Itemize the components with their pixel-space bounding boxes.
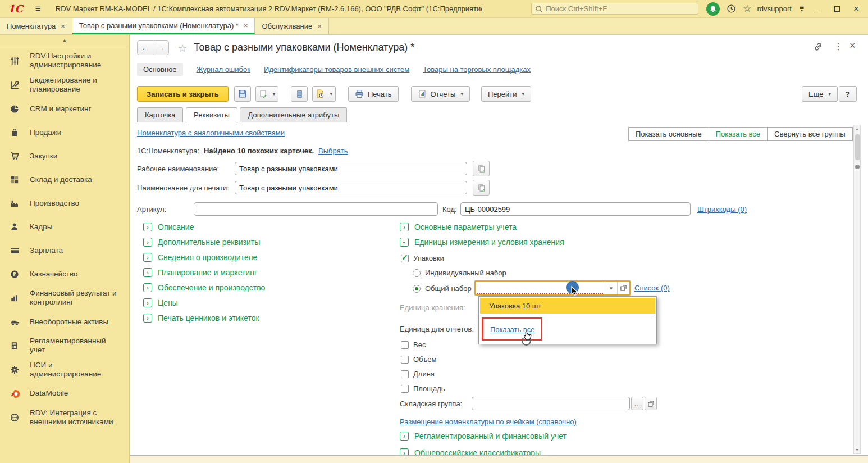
print-button[interactable]: Печать xyxy=(348,86,399,102)
dropdown-item-package-10[interactable]: Упаковка 10 шт xyxy=(480,298,655,314)
save-button[interactable] xyxy=(234,86,251,102)
sidebar-item-rdv-integration[interactable]: RDV: Интеграция с внешними источниками xyxy=(0,408,129,427)
scroll-up-arrow[interactable]: ▲ xyxy=(854,125,860,133)
working-name-input[interactable] xyxy=(235,162,467,175)
search-input[interactable] xyxy=(546,4,695,13)
sidebar-item-warehouse[interactable]: Склад и доставка xyxy=(0,171,129,189)
sidebar-item-datamobile[interactable]: DataMobile xyxy=(0,385,129,403)
more-actions-button[interactable]: Еще ▾ xyxy=(802,86,838,102)
nav-identifiers-link[interactable]: Идентификаторы товаров внешних систем xyxy=(264,65,409,74)
sidebar-item-treasury[interactable]: ₽ Казначейство xyxy=(0,265,129,283)
tab-details[interactable]: Реквизиты xyxy=(186,107,237,123)
minimize-button[interactable]: – xyxy=(813,4,823,14)
username[interactable]: rdvsupport xyxy=(757,4,791,13)
weight-checkbox[interactable] xyxy=(401,341,409,349)
favorite-star-icon[interactable]: ☆ xyxy=(178,42,187,55)
section-regulated-accounting[interactable]: ›Регламентированный и финансовый учет xyxy=(400,432,567,441)
nav-error-log-link[interactable]: Журнал ошибок xyxy=(197,65,250,74)
code-input[interactable] xyxy=(460,202,691,216)
section-price-tags[interactable]: ›Печать ценников и этикеток xyxy=(143,314,259,323)
sidebar-item-budgeting[interactable]: Бюджетирование и планирование xyxy=(0,76,129,94)
sidebar-item-rdv-settings[interactable]: RDV:Настройки и администрирование xyxy=(0,52,129,70)
section-units-storage[interactable]: ›Единицы измерения и условия хранения xyxy=(400,238,564,247)
sidebar-item-salary[interactable]: Зарплата xyxy=(0,242,129,260)
packaging-set-combobox[interactable]: ▾ xyxy=(474,280,631,296)
section-prices[interactable]: ›Цены xyxy=(143,298,178,307)
section-manufacturer-info[interactable]: ›Сведения о производителе xyxy=(143,253,257,262)
placement-by-cells-link[interactable]: Размещение номенклатуры по ячейкам (спра… xyxy=(400,417,577,426)
close-form-icon[interactable]: × xyxy=(849,40,856,52)
history-document-button[interactable]: ▾ xyxy=(312,86,336,102)
individual-set-radio[interactable] xyxy=(413,269,421,277)
form-scrollbar[interactable]: ▲ ▼ xyxy=(853,125,861,454)
global-search[interactable] xyxy=(531,3,698,15)
more-menu-icon[interactable]: ⋮ xyxy=(834,41,843,52)
get-link-icon[interactable] xyxy=(813,42,823,53)
close-tab-icon[interactable]: × xyxy=(317,22,322,30)
close-tab-icon[interactable]: × xyxy=(61,22,65,30)
close-window-button[interactable]: × xyxy=(851,4,861,14)
collapse-groups-button[interactable]: Свернуть все группы xyxy=(767,127,852,141)
section-additional-details[interactable]: ›Дополнительные реквизиты xyxy=(143,238,260,247)
section-description[interactable]: ›Описание xyxy=(143,223,194,232)
show-main-button[interactable]: Показать основные xyxy=(628,127,709,141)
print-name-translate-button[interactable] xyxy=(473,180,490,196)
back-button[interactable]: ← xyxy=(137,40,153,55)
combobox-dropdown-button[interactable]: ▾ xyxy=(605,282,617,294)
service-menu-icon[interactable]: ≡▾ xyxy=(800,5,804,12)
sidebar-item-fixed-assets[interactable]: Внеоборотные активы xyxy=(0,313,129,331)
warehouse-group-open-button[interactable] xyxy=(645,397,657,410)
section-planning-marketing[interactable]: ›Планирование и маркетинг xyxy=(143,268,257,277)
combobox-open-button[interactable] xyxy=(617,282,629,294)
section-supply-production[interactable]: ›Обеспечение и производство xyxy=(143,283,265,292)
maximize-button[interactable] xyxy=(832,4,842,14)
structure-button[interactable] xyxy=(291,86,308,102)
article-input[interactable] xyxy=(194,202,438,216)
scroll-down-arrow[interactable]: ▼ xyxy=(854,446,860,453)
nav-main-chip[interactable]: Основное xyxy=(137,63,183,76)
copy-create-button[interactable]: ▾ xyxy=(255,86,279,102)
favorites-star-icon[interactable]: ☆ xyxy=(743,3,751,15)
reports-button[interactable]: Отчеты ▾ xyxy=(411,86,470,102)
print-name-input[interactable] xyxy=(235,181,467,194)
packaging-checkbox[interactable] xyxy=(401,255,409,262)
combobox-field[interactable] xyxy=(476,282,605,294)
sidebar-item-regulated-accounting[interactable]: Регламентированный учет xyxy=(0,337,129,355)
sidebar-item-sales[interactable]: Продажи xyxy=(0,124,129,142)
save-and-close-button[interactable]: Записать и закрыть xyxy=(137,86,229,102)
section-classifiers-clipped[interactable]: ›Общероссийские классификаторы xyxy=(400,448,541,455)
help-button[interactable]: ? xyxy=(839,86,857,102)
sidebar-item-crm[interactable]: CRM и маркетинг xyxy=(0,100,129,118)
tab-item-card[interactable]: Товар с разными упаковками (Номенклатура… xyxy=(72,18,255,34)
packaging-list-link[interactable]: Список (0) xyxy=(634,284,670,292)
warehouse-group-select-button[interactable]: ... xyxy=(631,397,643,410)
area-checkbox[interactable] xyxy=(401,385,409,393)
tab-service[interactable]: Обслуживание× xyxy=(255,18,328,34)
scrollbar-thumb[interactable] xyxy=(855,134,860,160)
length-checkbox[interactable] xyxy=(401,370,409,378)
barcodes-link[interactable]: Штрихкоды (0) xyxy=(697,205,747,214)
sidebar-item-nsi-admin[interactable]: НСИ и администрирование xyxy=(0,361,129,379)
tab-additional-attributes[interactable]: Дополнительные атрибуты xyxy=(240,107,347,122)
working-name-translate-button[interactable] xyxy=(473,161,490,176)
select-similar-link[interactable]: Выбрать xyxy=(318,147,348,155)
show-all-button[interactable]: Показать все xyxy=(709,127,768,141)
forward-button[interactable]: → xyxy=(153,40,169,55)
nav-marketplaces-link[interactable]: Товары на торговых площадках xyxy=(423,65,531,74)
sidebar-item-hr[interactable]: Кадры xyxy=(0,218,129,236)
sidebar-item-finance[interactable]: Финансовый результат и контроллинг xyxy=(0,289,129,307)
similar-properties-link[interactable]: Номенклатура с аналогичными свойствами xyxy=(137,129,285,137)
sidebar-scroll-up[interactable]: ▲ xyxy=(0,35,129,46)
close-tab-icon[interactable]: × xyxy=(244,21,248,30)
section-main-accounting-params[interactable]: ›Основные параметры учета xyxy=(400,223,517,232)
volume-checkbox[interactable] xyxy=(401,356,409,364)
sidebar-item-production[interactable]: Производство xyxy=(0,194,129,212)
notifications-bell-icon[interactable] xyxy=(706,2,720,16)
tab-nomenclature[interactable]: Номенклатура× xyxy=(0,18,72,34)
tab-card[interactable]: Карточка xyxy=(137,107,183,122)
main-menu-icon[interactable]: ≡ xyxy=(35,3,41,15)
goto-button[interactable]: Перейти ▾ xyxy=(481,86,531,102)
history-icon[interactable] xyxy=(727,4,736,13)
sidebar-item-purchases[interactable]: Закупки xyxy=(0,147,129,165)
common-set-radio[interactable] xyxy=(413,285,421,293)
